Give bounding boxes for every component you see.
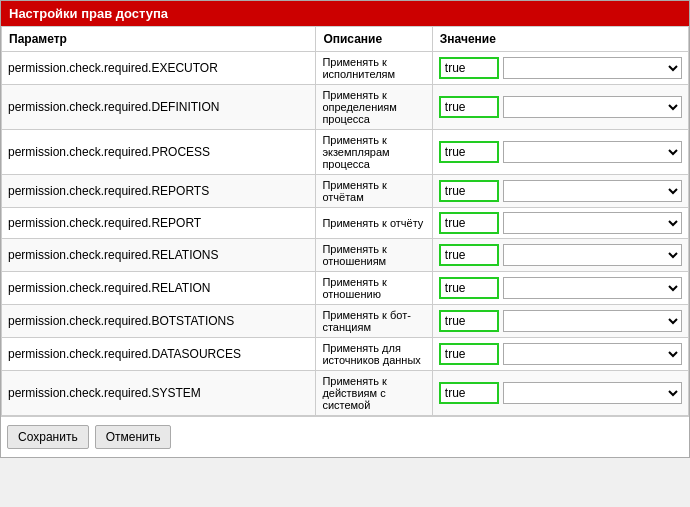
value-input[interactable] — [439, 180, 499, 202]
table-row: permission.check.required.RELATIONSПриме… — [2, 239, 689, 272]
save-button[interactable]: Сохранить — [7, 425, 89, 449]
value-cell — [432, 338, 688, 371]
permissions-table: Параметр Описание Значение permission.ch… — [1, 26, 689, 416]
value-select[interactable] — [503, 277, 682, 299]
col-param: Параметр — [2, 27, 316, 52]
param-cell: permission.check.required.PROCESS — [2, 130, 316, 175]
value-select[interactable] — [503, 57, 682, 79]
value-select[interactable] — [503, 96, 682, 118]
value-input[interactable] — [439, 57, 499, 79]
desc-cell: Применять к действиям с системой — [316, 371, 432, 416]
value-input[interactable] — [439, 382, 499, 404]
table-row: permission.check.required.REPORTПрименят… — [2, 208, 689, 239]
cancel-button[interactable]: Отменить — [95, 425, 172, 449]
param-cell: permission.check.required.DEFINITION — [2, 85, 316, 130]
table-row: permission.check.required.REPORTSПрименя… — [2, 175, 689, 208]
value-cell — [432, 52, 688, 85]
desc-cell: Применять к отношениям — [316, 239, 432, 272]
table-row: permission.check.required.DATASOURCESПри… — [2, 338, 689, 371]
value-select[interactable] — [503, 343, 682, 365]
desc-cell: Применять к экземплярам процесса — [316, 130, 432, 175]
param-cell: permission.check.required.REPORT — [2, 208, 316, 239]
value-select[interactable] — [503, 141, 682, 163]
value-cell — [432, 272, 688, 305]
value-input[interactable] — [439, 244, 499, 266]
table-row: permission.check.required.PROCESSПрименя… — [2, 130, 689, 175]
title-bar: Настройки прав доступа — [1, 1, 689, 26]
value-cell — [432, 175, 688, 208]
value-cell — [432, 130, 688, 175]
value-input[interactable] — [439, 141, 499, 163]
value-cell — [432, 239, 688, 272]
desc-cell: Применять к бот-станциям — [316, 305, 432, 338]
desc-cell: Применять к исполнителям — [316, 52, 432, 85]
col-value: Значение — [432, 27, 688, 52]
param-cell: permission.check.required.REPORTS — [2, 175, 316, 208]
param-cell: permission.check.required.SYSTEM — [2, 371, 316, 416]
value-cell — [432, 305, 688, 338]
footer: Сохранить Отменить — [1, 416, 689, 457]
desc-cell: Применять для источников данных — [316, 338, 432, 371]
window-title: Настройки прав доступа — [9, 6, 168, 21]
desc-cell: Применять к отчётам — [316, 175, 432, 208]
value-input[interactable] — [439, 96, 499, 118]
param-cell: permission.check.required.RELATION — [2, 272, 316, 305]
table-row: permission.check.required.DEFINITIONПрим… — [2, 85, 689, 130]
value-cell — [432, 85, 688, 130]
value-input[interactable] — [439, 310, 499, 332]
value-select[interactable] — [503, 382, 682, 404]
value-cell — [432, 371, 688, 416]
desc-cell: Применять к определениям процесса — [316, 85, 432, 130]
value-cell — [432, 208, 688, 239]
table-row: permission.check.required.RELATIONПримен… — [2, 272, 689, 305]
param-cell: permission.check.required.BOTSTATIONS — [2, 305, 316, 338]
param-cell: permission.check.required.EXECUTOR — [2, 52, 316, 85]
value-input[interactable] — [439, 212, 499, 234]
settings-window: Настройки прав доступа Параметр Описание… — [0, 0, 690, 458]
value-input[interactable] — [439, 277, 499, 299]
param-cell: permission.check.required.DATASOURCES — [2, 338, 316, 371]
desc-cell: Применять к отношению — [316, 272, 432, 305]
table-row: permission.check.required.BOTSTATIONSПри… — [2, 305, 689, 338]
value-select[interactable] — [503, 180, 682, 202]
value-select[interactable] — [503, 244, 682, 266]
desc-cell: Применять к отчёту — [316, 208, 432, 239]
table-row: permission.check.required.EXECUTORПримен… — [2, 52, 689, 85]
value-input[interactable] — [439, 343, 499, 365]
table-row: permission.check.required.SYSTEMПрименят… — [2, 371, 689, 416]
param-cell: permission.check.required.RELATIONS — [2, 239, 316, 272]
col-desc: Описание — [316, 27, 432, 52]
value-select[interactable] — [503, 212, 682, 234]
value-select[interactable] — [503, 310, 682, 332]
